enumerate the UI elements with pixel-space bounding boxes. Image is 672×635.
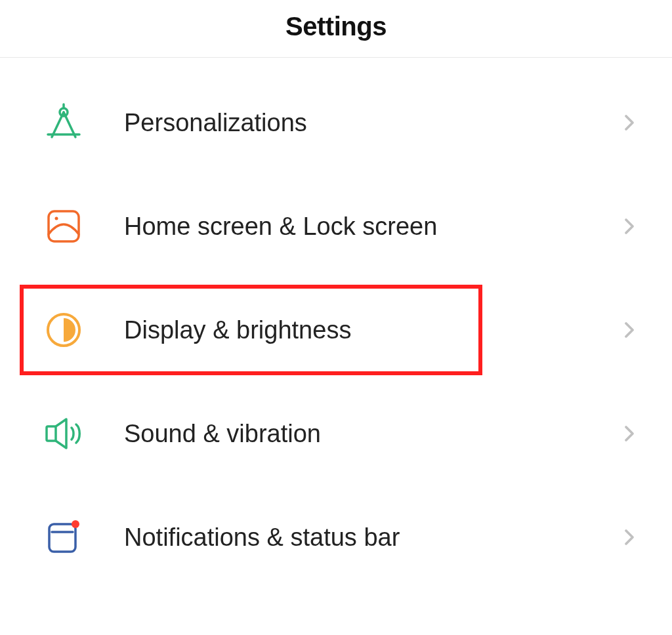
settings-item-label: Sound & vibration: [124, 420, 620, 448]
settings-item-sound-vibration[interactable]: Sound & vibration: [0, 382, 672, 485]
notification-icon: [43, 516, 85, 558]
settings-item-notifications-statusbar[interactable]: Notifications & status bar: [0, 485, 672, 589]
compass-icon: [43, 102, 85, 144]
settings-item-label: Home screen & Lock screen: [124, 213, 620, 241]
svg-rect-5: [49, 211, 79, 241]
page-title: Settings: [0, 12, 672, 41]
settings-item-label: Notifications & status bar: [124, 523, 620, 552]
chevron-right-icon: [620, 424, 639, 443]
settings-item-home-lock[interactable]: Home screen & Lock screen: [0, 174, 672, 278]
svg-rect-9: [49, 524, 75, 552]
chevron-right-icon: [620, 113, 639, 133]
page-header: Settings: [0, 0, 672, 58]
settings-list: Personalizations Home screen & Lock scre…: [0, 58, 672, 589]
chevron-right-icon: [620, 216, 639, 236]
svg-point-11: [72, 520, 79, 528]
brightness-icon: [43, 309, 85, 351]
settings-item-label: Personalizations: [124, 109, 620, 137]
settings-item-personalizations[interactable]: Personalizations: [0, 71, 672, 174]
svg-point-6: [55, 217, 58, 220]
settings-item-label: Display & brightness: [124, 316, 620, 344]
sound-icon: [43, 413, 85, 455]
chevron-right-icon: [620, 320, 639, 340]
settings-item-display-brightness[interactable]: Display & brightness: [0, 278, 672, 382]
wallpaper-icon: [43, 205, 85, 247]
chevron-right-icon: [620, 527, 639, 547]
svg-rect-8: [47, 426, 56, 441]
